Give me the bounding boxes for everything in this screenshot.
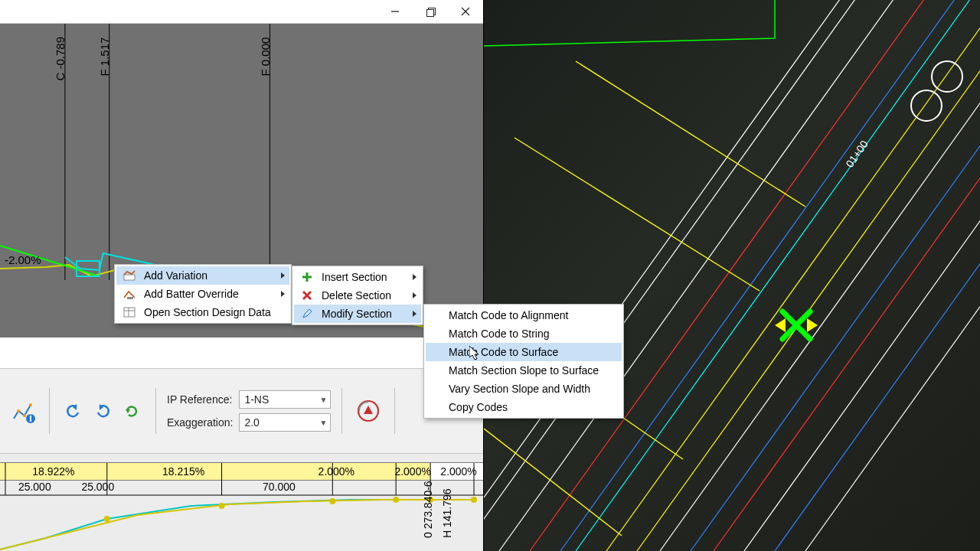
- svg-line-1: [484, 0, 882, 551]
- svg-point-22: [932, 61, 962, 92]
- exaggeration-value: 2.0: [244, 416, 259, 429]
- menu-label: Open Section Design Data: [144, 306, 271, 318]
- svg-marker-20: [775, 318, 786, 332]
- submenu-arrow-icon: [413, 274, 416, 280]
- warning-tool-icon[interactable]: [353, 396, 384, 426]
- svg-text:70.000: 70.000: [263, 481, 296, 493]
- slope-label: -2.00%: [5, 253, 41, 266]
- delete-icon: [297, 286, 317, 305]
- station-label: 01+00: [843, 138, 871, 170]
- batter-icon: [119, 285, 139, 303]
- svg-point-23: [911, 90, 942, 121]
- context-menu-2: Insert Section Delete Section Modify Sec…: [292, 266, 423, 325]
- menu-vary-section-slope-width[interactable]: Vary Section Slope and Width: [426, 380, 622, 398]
- svg-text:2.000%: 2.000%: [394, 465, 430, 478]
- svg-point-65: [329, 498, 335, 504]
- menu-delete-section[interactable]: Delete Section: [294, 286, 421, 305]
- svg-line-10: [714, 0, 980, 551]
- menu-label: Modify Section: [322, 308, 392, 320]
- svg-point-64: [219, 503, 225, 509]
- menu-insert-section[interactable]: Insert Section: [294, 268, 421, 286]
- menu-add-variation[interactable]: Add Variation: [116, 266, 289, 285]
- svg-line-12: [775, 0, 980, 551]
- svg-line-4: [560, 0, 980, 551]
- add-variation-icon: [119, 266, 139, 285]
- menu-label: Copy Codes: [449, 401, 508, 413]
- menu-match-section-slope-surface[interactable]: Match Section Slope to Surface: [426, 361, 622, 380]
- submenu-arrow-icon: [413, 292, 416, 298]
- svg-rect-71: [124, 275, 135, 280]
- toolbar: i IP Reference: 1-NS ▼ Exaggeration:: [0, 368, 483, 454]
- ip-reference-value: 1-NS: [244, 393, 269, 406]
- svg-line-15: [576, 61, 805, 207]
- svg-text:18.215%: 18.215%: [162, 465, 204, 478]
- menu-label: Add Batter Override: [144, 288, 239, 300]
- svg-text:25.000: 25.000: [18, 481, 51, 493]
- section-data-icon: [119, 303, 139, 321]
- svg-text:i: i: [29, 412, 32, 424]
- svg-rect-73: [124, 308, 135, 317]
- svg-line-8: [660, 0, 980, 551]
- ip-reference-label: IP Reference:: [167, 393, 233, 406]
- menu-match-code-surface[interactable]: Match Code to Surface: [426, 343, 622, 361]
- restore-button[interactable]: [413, 0, 448, 23]
- gap-strip: [0, 337, 483, 368]
- svg-line-11: [744, 0, 980, 551]
- svg-line-0: [484, 0, 867, 551]
- svg-point-33: [23, 414, 26, 417]
- tool-main-icon[interactable]: i: [5, 394, 38, 428]
- redo-button[interactable]: [90, 398, 116, 424]
- menu-label: Match Section Slope to Surface: [449, 364, 599, 377]
- menu-match-code-alignment[interactable]: Match Code to Alignment: [426, 306, 622, 324]
- insert-icon: [297, 268, 317, 286]
- svg-point-68: [471, 497, 477, 503]
- chevron-down-icon: ▼: [320, 396, 328, 404]
- svg-text:2.000%: 2.000%: [440, 465, 476, 478]
- close-button[interactable]: [448, 0, 483, 23]
- menu-modify-section[interactable]: Modify Section: [294, 305, 421, 323]
- svg-text:25.000: 25.000: [81, 481, 114, 493]
- svg-line-13: [805, 0, 980, 551]
- plan-view[interactable]: 01+00: [484, 0, 980, 551]
- undo-button[interactable]: [60, 398, 87, 424]
- menu-label: Insert Section: [322, 271, 387, 283]
- menu-label: Vary Section Slope and Width: [449, 383, 590, 395]
- menu-match-code-string[interactable]: Match Code to String: [426, 324, 622, 343]
- ip-reference-combo[interactable]: 1-NS ▼: [239, 390, 331, 409]
- svg-marker-41: [364, 406, 373, 414]
- titlebar: [0, 0, 483, 24]
- context-menu-1: Add Variation Add Batter Override Open S…: [114, 264, 292, 324]
- modify-icon: [297, 305, 317, 323]
- context-menu-3: Match Code to Alignment Match Code to St…: [423, 304, 624, 419]
- menu-add-batter-override[interactable]: Add Batter Override: [116, 285, 289, 303]
- svg-marker-21: [807, 318, 818, 332]
- marker-label-2: F 0.000: [259, 37, 272, 77]
- submenu-arrow-icon: [413, 311, 416, 317]
- submenu-arrow-icon: [281, 291, 285, 297]
- svg-text:2.000%: 2.000%: [318, 465, 354, 478]
- marker-label-0: C -0.789: [54, 37, 67, 81]
- svg-point-63: [104, 516, 110, 522]
- refresh-button[interactable]: [119, 398, 145, 424]
- profile-strip[interactable]: 18.922% 18.215% 2.000% 2.000% 2.000% 25.…: [0, 454, 483, 551]
- menu-label: Delete Section: [322, 289, 391, 302]
- svg-point-34: [29, 403, 32, 406]
- menu-label: Match Code to Alignment: [449, 309, 568, 321]
- menu-open-section-design-data[interactable]: Open Section Design Data: [116, 303, 289, 321]
- submenu-arrow-icon: [281, 272, 285, 279]
- marker-label-1: F 1.517: [98, 37, 111, 77]
- menu-label: Match Code to String: [449, 328, 550, 340]
- svg-line-6: [606, 0, 980, 551]
- exaggeration-label: Exaggeration:: [167, 416, 233, 429]
- svg-marker-39: [126, 409, 130, 413]
- svg-rect-72: [127, 297, 133, 299]
- menu-copy-codes[interactable]: Copy Codes: [426, 398, 622, 416]
- minimize-button[interactable]: [377, 0, 413, 23]
- svg-line-5: [576, 0, 980, 551]
- menu-label: Add Variation: [144, 269, 207, 282]
- menu-label: Match Code to Surface: [449, 346, 558, 358]
- svg-text:H 141.796: H 141.796: [441, 488, 453, 538]
- exaggeration-combo[interactable]: 2.0 ▼: [239, 413, 331, 432]
- svg-text:0 273.840-6: 0 273.840-6: [422, 481, 434, 538]
- svg-marker-80: [303, 309, 312, 318]
